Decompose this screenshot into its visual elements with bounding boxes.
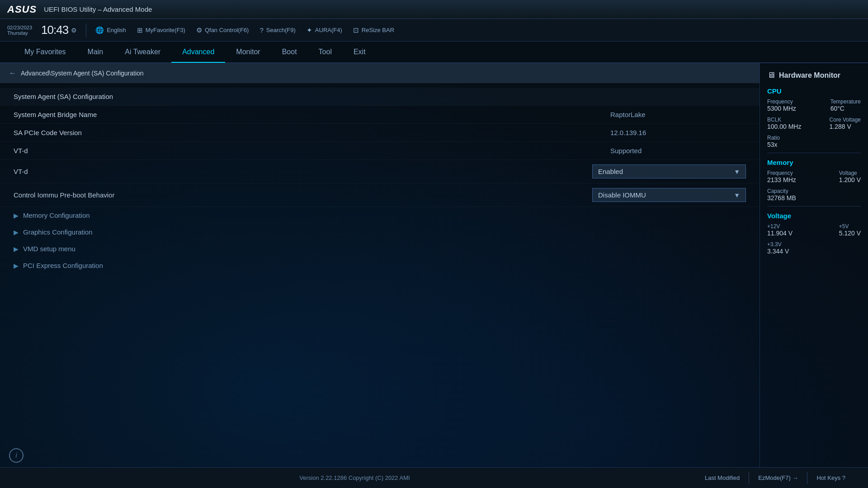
v5-value: 5.120 V [839, 230, 861, 237]
last-modified-btn[interactable]: Last Modified [696, 472, 749, 484]
globe-icon: 🌐 [95, 26, 104, 34]
mem-voltage-value: 1.200 V [839, 176, 861, 183]
content-area: ← Advanced\System Agent (SA) Configurati… [0, 63, 760, 467]
submenu-memory[interactable]: ▶ Memory Configuration [0, 207, 760, 224]
nav-tool[interactable]: Tool [308, 41, 343, 63]
cpu-bclk-value: 100.00 MHz [767, 123, 801, 130]
cpu-bclk-block: BCLK 100.00 MHz [767, 117, 801, 130]
sidebar-title-text: Hardware Monitor [779, 71, 840, 80]
aura-icon: ✦ [307, 26, 312, 34]
mem-voltage-block: Voltage 1.200 V [839, 170, 861, 183]
resize-bar-btn[interactable]: ⊡ ReSize BAR [353, 26, 394, 34]
bridge-name-value: RaptorLake [610, 111, 746, 118]
info-items: 🌐 English ⊞ MyFavorite(F3) ⚙ Qfan Contro… [95, 26, 861, 34]
config-pcie-version: SA PCIe Code Version 12.0.139.16 [0, 124, 760, 142]
submenu-vmd[interactable]: ▶ VMD setup menu [0, 240, 760, 257]
language-selector[interactable]: 🌐 English [95, 26, 126, 34]
cpu-freq-block: Frequency 5300 MHz [767, 99, 796, 112]
mem-capacity-value: 32768 MB [767, 194, 861, 202]
vertical-divider [86, 23, 86, 37]
cpu-corevoltage-value: 1.288 V [830, 123, 861, 130]
sidebar-title: 🖥 Hardware Monitor [767, 70, 861, 80]
cpu-ratio-value: 53x [767, 141, 861, 148]
cpu-temp-value: 60°C [830, 105, 861, 112]
resize-bar-label: ReSize BAR [362, 27, 394, 33]
back-arrow[interactable]: ← [9, 69, 16, 77]
search-label: Search(F9) [266, 27, 296, 33]
cpu-bclk-row: BCLK 100.00 MHz Core Voltage 1.288 V [767, 117, 861, 132]
info-button[interactable]: i [9, 448, 24, 463]
iommu-label: Control Iommu Pre-boot Behavior [14, 191, 592, 199]
star-icon: ⊞ [137, 26, 143, 34]
cpu-temp-label: Temperature [830, 99, 861, 105]
nav-exit[interactable]: Exit [343, 41, 377, 63]
hardware-monitor-sidebar: 🖥 Hardware Monitor CPU Frequency 5300 MH… [760, 63, 868, 467]
nav-main[interactable]: Main [77, 41, 114, 63]
mem-capacity-label: Capacity [767, 188, 861, 194]
nav-advanced[interactable]: Advanced [171, 41, 225, 63]
cpu-section-title: CPU [767, 87, 861, 95]
submenu-memory-label: Memory Configuration [23, 211, 90, 219]
gear-icon[interactable]: ⚙ [71, 27, 77, 34]
nav-monitor[interactable]: Monitor [225, 41, 271, 63]
section-header: System Agent (SA) Configuration [0, 88, 760, 106]
submenu-chevron-memory: ▶ [14, 212, 19, 219]
cpu-ratio-block: Ratio 53x [767, 135, 861, 148]
search-icon: ? [259, 26, 263, 34]
bridge-name-label: System Agent Bridge Name [14, 111, 610, 118]
submenu-graphics[interactable]: ▶ Graphics Configuration [0, 224, 760, 240]
cpu-separator [767, 153, 861, 153]
search-btn[interactable]: ? Search(F9) [259, 26, 295, 34]
cpu-corevoltage-block: Core Voltage 1.288 V [830, 117, 861, 130]
my-favorite-btn[interactable]: ⊞ MyFavorite(F3) [137, 26, 185, 34]
cpu-corevoltage-label: Core Voltage [830, 117, 861, 123]
memory-separator [767, 206, 861, 206]
cpu-ratio-label: Ratio [767, 135, 861, 141]
mem-voltage-label: Voltage [839, 170, 861, 176]
config-section: System Agent (SA) Configuration System A… [0, 83, 760, 278]
monitor-icon: 🖥 [767, 70, 775, 80]
hot-keys-btn[interactable]: Hot Keys ? [807, 472, 854, 484]
cpu-freq-label: Frequency [767, 99, 796, 105]
asus-logo: ASUS [7, 4, 37, 15]
v12-label: +12V [767, 223, 793, 230]
submenu-chevron-graphics: ▶ [14, 229, 19, 236]
pcie-version-value: 12.0.139.16 [610, 129, 746, 136]
submenu-pci-express[interactable]: ▶ PCI Express Configuration [0, 257, 760, 274]
date-line2: Thursday [7, 30, 32, 36]
bios-title: UEFI BIOS Utility – Advanced Mode [44, 5, 152, 13]
resize-icon: ⊡ [353, 26, 359, 34]
voltage-section-title: Voltage [767, 212, 861, 220]
nav-my-favorites[interactable]: My Favorites [14, 41, 77, 63]
config-vtd-static: VT-d Supported [0, 142, 760, 160]
v12-value: 11.904 V [767, 230, 793, 237]
my-favorite-label: MyFavorite(F3) [146, 27, 185, 33]
nav-boot[interactable]: Boot [271, 41, 308, 63]
config-vtd-dropdown: VT-d Enabled ▼ [0, 160, 760, 183]
aura-btn[interactable]: ✦ AURA(F4) [307, 26, 342, 34]
vtd-dropdown-value: Enabled [598, 168, 623, 175]
vtd-static-value: Supported [610, 147, 746, 155]
nav-ai-tweaker[interactable]: Ai Tweaker [114, 41, 171, 63]
iommu-chevron-down-icon: ▼ [734, 192, 740, 199]
fan-icon: ⚙ [196, 26, 202, 34]
breadcrumb: ← Advanced\System Agent (SA) Configurati… [0, 63, 760, 83]
qfan-control-btn[interactable]: ⚙ Qfan Control(F6) [196, 26, 249, 34]
clock-time: 10:43 [41, 23, 68, 37]
v33-label: +3.3V [767, 241, 861, 248]
vtd-dropdown[interactable]: Enabled ▼ [592, 164, 746, 178]
config-bridge-name: System Agent Bridge Name RaptorLake [0, 106, 760, 124]
clock-display: 10:43 ⚙ [41, 23, 77, 37]
qfan-label: Qfan Control(F6) [205, 27, 249, 33]
mem-freq-row: Frequency 2133 MHz Voltage 1.200 V [767, 170, 861, 185]
date-line1: 02/23/2023 [7, 25, 32, 30]
cpu-bclk-label: BCLK [767, 117, 801, 123]
ez-mode-btn[interactable]: EzMode(F7) → [749, 472, 807, 484]
cpu-freq-row: Frequency 5300 MHz Temperature 60°C [767, 99, 861, 114]
info-bar: 02/23/2023 Thursday 10:43 ⚙ 🌐 English ⊞ … [0, 19, 868, 42]
iommu-dropdown[interactable]: Disable IOMMU ▼ [592, 188, 746, 202]
aura-label: AURA(F4) [315, 27, 342, 33]
cpu-temp-block: Temperature 60°C [830, 99, 861, 112]
mem-freq-block: Frequency 2133 MHz [767, 170, 796, 183]
config-iommu: Control Iommu Pre-boot Behavior Disable … [0, 183, 760, 207]
